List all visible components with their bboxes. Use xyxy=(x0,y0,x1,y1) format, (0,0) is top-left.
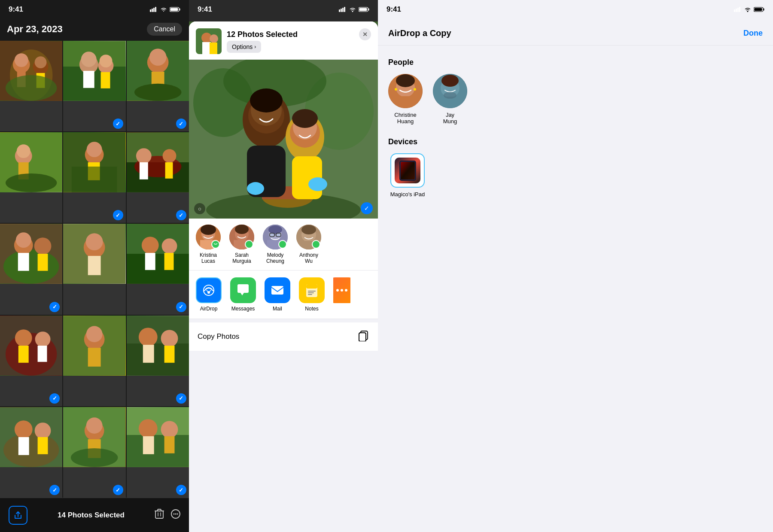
person-avatar xyxy=(433,74,467,108)
share-panel: 9:41 xyxy=(189,0,378,532)
svg-point-31 xyxy=(17,144,30,158)
close-button[interactable]: ✕ xyxy=(359,28,371,40)
svg-point-83 xyxy=(35,423,51,439)
photo-cell[interactable] xyxy=(0,41,62,131)
photo-image xyxy=(63,316,125,376)
status-bar-2: 9:41 xyxy=(189,0,378,17)
photos-grid: ✓ ✓ xyxy=(0,41,189,498)
svg-point-183 xyxy=(414,88,416,91)
photo-cell[interactable]: ✓ xyxy=(127,407,189,498)
messages-app[interactable]: Messages xyxy=(230,277,256,312)
svg-rect-177 xyxy=(755,8,762,11)
photo-cell[interactable]: ✓ xyxy=(127,41,189,131)
contact-melody[interactable]: MelodyCheung xyxy=(263,225,288,264)
svg-point-98 xyxy=(173,513,174,514)
svg-rect-104 xyxy=(344,7,345,12)
svg-point-164 xyxy=(336,289,339,292)
notes-app[interactable]: Notes xyxy=(299,277,325,312)
person-jay[interactable]: JayMung xyxy=(433,74,467,125)
svg-rect-149 xyxy=(276,233,281,237)
svg-rect-102 xyxy=(341,9,342,12)
photo-cell[interactable]: ✓ xyxy=(63,132,125,223)
status-bar-3: 9:41 xyxy=(378,0,773,17)
contact-anthony[interactable]: AnthonyWu xyxy=(296,225,321,264)
photo-cell[interactable]: ✓ xyxy=(127,224,189,314)
photo-check-badge: ✓ xyxy=(49,393,60,404)
photo-image xyxy=(0,41,62,101)
device-ipad[interactable]: Magico's iPad xyxy=(388,153,427,198)
wifi-icon-3 xyxy=(744,7,751,12)
battery-icon-2 xyxy=(359,7,369,12)
share-thumbnail xyxy=(196,28,222,54)
svg-point-89 xyxy=(71,448,118,467)
share-title: 12 Photos Selected xyxy=(227,30,298,39)
wifi-icon xyxy=(160,7,167,12)
svg-point-44 xyxy=(162,149,176,163)
svg-point-99 xyxy=(175,513,176,514)
contacts-row: KristinaLucas SarahMurguia xyxy=(189,219,378,271)
battery-icon-3 xyxy=(754,7,764,12)
svg-point-22 xyxy=(100,55,113,67)
photo-cell[interactable]: ✓ xyxy=(0,316,62,406)
photo-cell[interactable]: ✓ xyxy=(127,316,189,406)
photo-cell[interactable]: ✓ xyxy=(63,407,125,498)
svg-point-19 xyxy=(81,52,97,67)
photo-cell[interactable] xyxy=(63,224,125,314)
more-button[interactable] xyxy=(171,509,180,521)
photo-cell[interactable]: ✓ xyxy=(0,224,62,314)
photo-cell[interactable]: ✓ xyxy=(0,407,62,498)
done-button[interactable]: Done xyxy=(743,29,763,38)
airdrop-panel: 9:41 AirDrop a Copy Done People xyxy=(378,0,773,532)
share-button[interactable] xyxy=(9,506,27,525)
person-christine[interactable]: ChristineHuang xyxy=(388,74,423,125)
person-avatar xyxy=(388,74,423,108)
app-label: Messages xyxy=(231,306,255,312)
devices-section-label: Devices xyxy=(388,137,763,146)
cancel-button[interactable]: Cancel xyxy=(147,23,182,36)
app-label: AirDrop xyxy=(200,306,218,312)
svg-rect-176 xyxy=(764,9,764,11)
contact-sarah[interactable]: SarahMurguia xyxy=(229,225,254,264)
photo-cell[interactable]: ✓ xyxy=(63,41,125,131)
svg-point-10 xyxy=(15,53,28,67)
copy-photos-row[interactable]: Copy Photos xyxy=(189,322,378,351)
photo-cell[interactable] xyxy=(0,132,62,223)
svg-point-47 xyxy=(3,249,59,284)
photo-check-badge: ✓ xyxy=(113,485,123,495)
battery-icon xyxy=(170,7,180,12)
contact-avatar xyxy=(229,225,254,249)
contact-name: AnthonyWu xyxy=(299,252,318,264)
share-thumb-img xyxy=(196,28,222,54)
photo-check-badge: ✓ xyxy=(176,119,186,129)
airdrop-app[interactable]: AirDrop xyxy=(196,277,222,312)
svg-rect-58 xyxy=(127,254,189,284)
prev-photo-button[interactable]: ○ xyxy=(194,203,205,214)
svg-rect-181 xyxy=(395,96,416,108)
more-icon-app xyxy=(333,277,350,303)
svg-rect-76 xyxy=(143,345,154,363)
options-button[interactable]: Options › xyxy=(227,41,261,53)
svg-rect-23 xyxy=(101,72,110,88)
share-preview-area: ○ ✓ xyxy=(189,60,378,219)
ipad-icon xyxy=(395,158,420,183)
status-icons-1 xyxy=(150,7,180,12)
status-icons-3 xyxy=(734,7,764,12)
mail-app[interactable]: Mail xyxy=(265,277,290,312)
svg-rect-60 xyxy=(145,253,155,270)
airdrop-title: AirDrop a Copy xyxy=(388,28,451,38)
svg-rect-170 xyxy=(734,9,735,12)
delete-button[interactable] xyxy=(155,509,164,522)
svg-point-67 xyxy=(35,331,51,347)
svg-point-36 xyxy=(87,142,102,157)
status-time-1: 9:41 xyxy=(9,5,23,14)
svg-rect-162 xyxy=(308,292,314,293)
svg-point-174 xyxy=(747,11,749,12)
photo-cell[interactable]: ✓ xyxy=(127,132,189,223)
main-photo: ○ ✓ xyxy=(189,60,378,219)
photo-cell[interactable] xyxy=(63,316,125,406)
more-app[interactable] xyxy=(333,277,350,312)
bottom-actions xyxy=(155,509,180,522)
contact-kristina[interactable]: KristinaLucas xyxy=(196,225,221,264)
contact-avatar xyxy=(196,225,221,249)
svg-point-154 xyxy=(301,225,316,234)
